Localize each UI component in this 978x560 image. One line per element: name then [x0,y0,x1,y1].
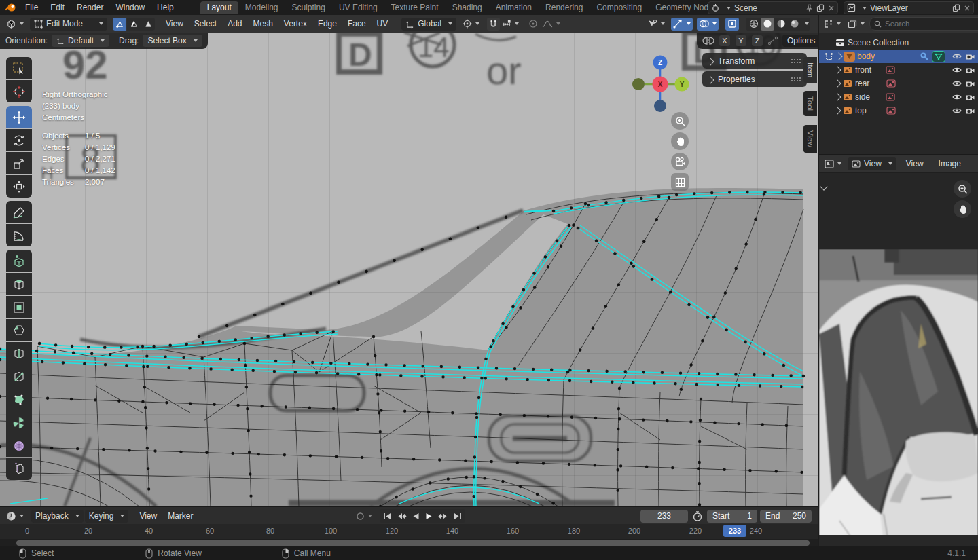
region-expand-arrow[interactable] [820,183,827,190]
menu-edit[interactable]: Edit [44,3,71,12]
zoom-view-button[interactable] [671,112,689,130]
expand-chevron[interactable] [833,107,841,114]
gizmo-axis-neg-z[interactable] [654,100,666,112]
hide-eye-icon[interactable] [952,107,962,114]
snap-toggle-button[interactable] [487,18,500,31]
hide-eye-icon[interactable] [952,67,962,73]
tool-extrude-region[interactable] [6,273,32,295]
select-mode-face-button[interactable] [141,18,155,31]
workspace-tab-shading[interactable]: Shading [446,1,489,14]
menu-help[interactable]: Help [151,3,180,12]
playback-dropdown[interactable]: Playback [31,510,84,523]
mode-dropdown[interactable]: Edit Mode [30,18,107,31]
tool-loop-cut[interactable] [6,342,32,365]
shading-wireframe-button[interactable] [747,18,761,31]
timeline-menu-marker[interactable]: Marker [162,511,198,521]
tool-add-cube[interactable] [6,250,32,272]
menu-add[interactable]: Add [222,19,247,29]
pin-icon[interactable] [805,4,813,12]
scene-selector[interactable]: Scene [708,1,838,14]
pan-view-button[interactable] [671,132,689,150]
menu-select[interactable]: Select [189,19,222,29]
play-button[interactable] [423,510,435,523]
select-mode-edge-button[interactable] [127,18,141,31]
tool-spin[interactable] [6,411,32,434]
blender-logo-icon[interactable] [5,2,16,13]
image-pan-button[interactable] [954,200,971,218]
current-frame-field[interactable]: 233 [640,510,688,523]
outliner-filter-collection-dropdown[interactable] [846,18,867,31]
tool-select-box[interactable] [6,57,32,79]
tool-cursor[interactable] [6,80,32,102]
tool-poly-build[interactable] [6,388,32,411]
auto-keying-toggle[interactable] [354,510,374,523]
workspace-tab-compositing[interactable]: Compositing [590,1,649,14]
outliner-row-rear[interactable]: rear [819,77,978,90]
close-icon[interactable] [964,5,971,12]
sidebar-tab-item[interactable]: Item [803,57,817,83]
image-editor-mode-dropdown[interactable]: View [848,157,896,170]
menu-vertex[interactable]: Vertex [278,19,312,29]
tool-scale[interactable] [6,152,32,174]
workspace-tab-uv-editing[interactable]: UV Editing [332,1,384,14]
navigation-gizmo[interactable]: Z X Y [632,54,693,115]
xray-toggle-button[interactable] [725,18,739,31]
camera-visibility-icon[interactable] [965,80,975,88]
workspace-tab-layout[interactable]: Layout [200,1,238,14]
timeline-editor-type-dropdown[interactable] [4,510,26,523]
drag-orientation-dropdown[interactable]: Default [52,35,109,47]
menu-mesh[interactable]: Mesh [248,19,278,29]
tool-inset-faces[interactable] [6,296,32,318]
workspace-tab-animation[interactable]: Animation [489,1,539,14]
mirror-y-button[interactable]: Y [736,35,746,46]
preview-range-stopwatch-icon[interactable] [691,510,704,523]
transform-orientation-dropdown[interactable]: Global [401,18,456,31]
timeline-menu-view[interactable]: View [134,511,162,521]
sidebar-tab-tool[interactable]: Tool [803,91,817,116]
menu-window[interactable]: Window [109,3,151,12]
snap-target-dropdown[interactable] [500,18,521,31]
frame-end-field[interactable]: End250 [760,510,812,523]
mirror-x-button[interactable]: X [719,35,730,46]
menu-edge[interactable]: Edge [312,19,342,29]
drag-mode-dropdown[interactable]: Select Box [143,35,202,47]
tool-edge-slide[interactable] [6,458,32,480]
menu-uv[interactable]: UV [372,19,394,29]
outliner-row-top[interactable]: top [819,104,978,117]
menu-view[interactable]: View [160,19,189,29]
previous-keyframe-button[interactable] [395,510,409,523]
timeline-ruler[interactable]: 0 20 40 60 80 100 120 140 160 180 200 22… [0,524,818,539]
tool-bevel[interactable] [6,319,32,341]
expand-chevron[interactable] [833,79,841,87]
tool-rotate[interactable] [6,129,32,151]
sidebar-tab-view[interactable]: View [803,125,817,153]
workspace-tab-modeling[interactable]: Modeling [238,1,285,14]
next-keyframe-button[interactable] [436,510,450,523]
panel-grip[interactable] [791,58,801,64]
tool-measure[interactable] [6,224,32,246]
tool-annotate[interactable] [6,201,32,223]
outliner-row-body[interactable]: body [819,50,978,63]
viewport-canvas[interactable]: D 14 or D 16 92 H 8 [0,33,818,506]
orthographic-toggle-button[interactable] [671,173,689,191]
hide-eye-icon[interactable] [952,80,962,87]
image-menu-image[interactable]: Image [933,159,966,168]
workspace-tab-sculpting[interactable]: Sculpting [285,1,332,14]
panel-grip[interactable] [791,77,801,82]
copy-icon[interactable] [816,4,825,12]
gizmo-axis-neg-y[interactable] [632,78,645,90]
shading-rendered-button[interactable] [788,18,801,31]
current-frame-indicator[interactable]: 233 [723,525,746,537]
hide-eye-icon[interactable] [952,53,962,60]
jump-to-end-button[interactable] [451,510,464,523]
image-zoom-button[interactable] [954,180,971,198]
outliner-row-scene-collection[interactable]: Scene Collection [819,36,978,50]
show-gizmo-dropdown[interactable] [645,18,667,31]
camera-visibility-icon[interactable] [965,53,975,60]
gizmos-toggle-dropdown[interactable] [671,18,693,31]
tool-smooth[interactable] [6,434,32,457]
jump-to-start-button[interactable] [381,510,394,523]
copy-icon[interactable] [952,4,960,12]
scrollbar-thumb[interactable] [16,540,810,546]
outliner-row-front[interactable]: front [819,63,978,77]
